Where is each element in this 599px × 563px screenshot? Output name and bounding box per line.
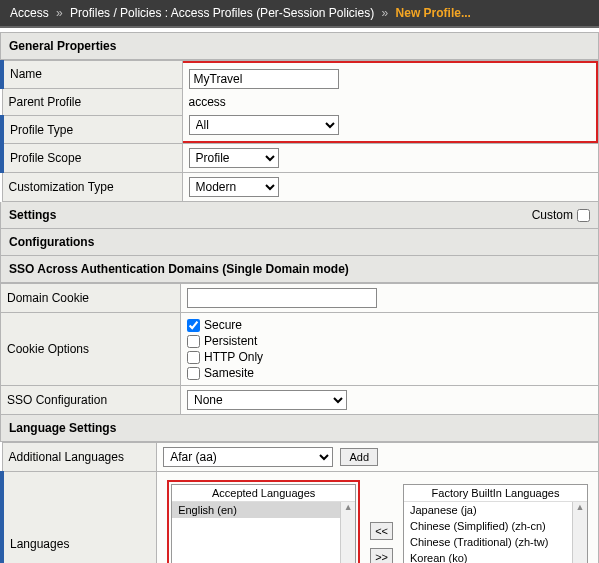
profile-type-label: Profile Type (2, 116, 182, 144)
list-item[interactable]: Japanese (ja) (404, 502, 587, 518)
language-settings-table: Additional Languages Afar (aa) Add Langu… (0, 442, 599, 563)
name-label: Name (2, 61, 182, 89)
profile-scope-label: Profile Scope (2, 144, 182, 173)
profile-type-select[interactable]: All (189, 115, 339, 135)
list-item[interactable]: English (en) (172, 502, 355, 518)
httponly-checkbox[interactable] (187, 351, 200, 364)
section-general-properties: General Properties (0, 32, 599, 60)
breadcrumb-sep-1: » (56, 6, 63, 20)
languages-label: Languages (2, 472, 157, 564)
move-right-button[interactable]: >> (370, 548, 393, 563)
additional-languages-select[interactable]: Afar (aa) (163, 447, 333, 467)
parent-profile-value: access (189, 91, 591, 113)
list-item[interactable]: Korean (ko) (404, 550, 587, 563)
custom-label: Custom (532, 208, 573, 222)
section-language-settings: Language Settings (0, 415, 599, 442)
name-input[interactable] (189, 69, 339, 89)
section-sso: SSO Across Authentication Domains (Singl… (0, 256, 599, 283)
scrollbar[interactable]: ▲▼ (572, 502, 587, 563)
list-item[interactable]: Chinese (Simplified) (zh-cn) (404, 518, 587, 534)
move-left-button[interactable]: << (370, 522, 393, 540)
secure-label: Secure (204, 318, 242, 332)
breadcrumb-sep-2: » (382, 6, 389, 20)
custom-checkbox[interactable] (577, 209, 590, 222)
accepted-languages-title: Accepted Languages (172, 485, 355, 502)
factory-languages-title: Factory BuiltIn Languages (404, 485, 587, 502)
samesite-label: Samesite (204, 366, 254, 380)
breadcrumb-current: New Profile... (396, 6, 471, 20)
persistent-checkbox[interactable] (187, 335, 200, 348)
parent-profile-label: Parent Profile (2, 88, 182, 116)
persistent-label: Persistent (204, 334, 257, 348)
additional-languages-label: Additional Languages (2, 443, 157, 472)
section-configurations: Configurations (0, 229, 599, 256)
list-item[interactable]: Chinese (Traditional) (zh-tw) (404, 534, 587, 550)
breadcrumb: Access » Profiles / Policies : Access Pr… (0, 0, 599, 28)
domain-cookie-label: Domain Cookie (1, 284, 181, 313)
customization-type-select[interactable]: Modern (189, 177, 279, 197)
samesite-checkbox[interactable] (187, 367, 200, 380)
sso-configuration-select[interactable]: None (187, 390, 347, 410)
section-settings: Settings Custom (0, 202, 599, 229)
factory-languages-listbox[interactable]: Factory BuiltIn Languages Japanese (ja) … (403, 484, 588, 563)
scroll-up-icon[interactable]: ▲ (344, 502, 353, 512)
customization-type-label: Customization Type (2, 173, 182, 202)
sso-table: Domain Cookie Cookie Options Secure Pers… (0, 283, 599, 415)
scroll-up-icon[interactable]: ▲ (576, 502, 585, 512)
accepted-languages-listbox[interactable]: Accepted Languages English (en) ▲▼ (171, 484, 356, 563)
scrollbar[interactable]: ▲▼ (340, 502, 355, 563)
add-language-button[interactable]: Add (340, 448, 378, 466)
sso-configuration-label: SSO Configuration (1, 386, 181, 415)
settings-title: Settings (9, 208, 56, 222)
breadcrumb-access[interactable]: Access (10, 6, 49, 20)
general-properties-table: Name access All Parent Profile Profile T… (0, 60, 599, 202)
profile-scope-select[interactable]: Profile (189, 148, 279, 168)
domain-cookie-input[interactable] (187, 288, 377, 308)
breadcrumb-profiles[interactable]: Profiles / Policies : Access Profiles (P… (70, 6, 374, 20)
cookie-options-label: Cookie Options (1, 313, 181, 386)
httponly-label: HTTP Only (204, 350, 263, 364)
secure-checkbox[interactable] (187, 319, 200, 332)
